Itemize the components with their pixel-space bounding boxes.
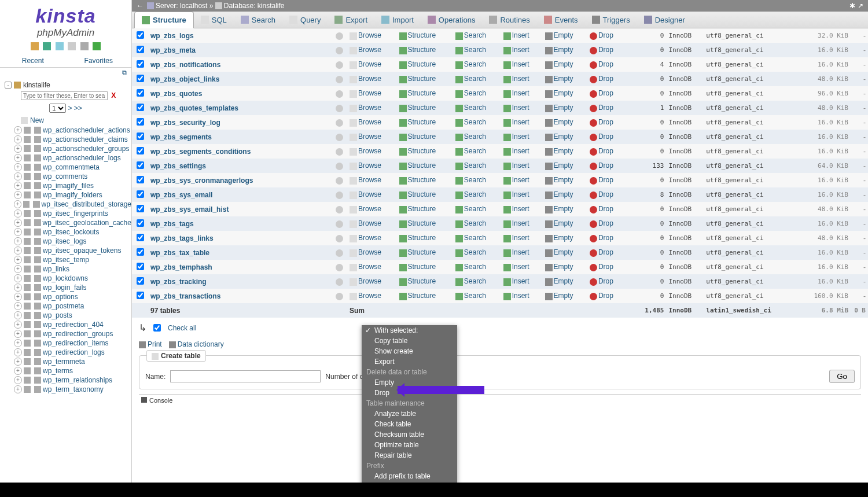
drop-action[interactable]: Drop (587, 144, 626, 159)
expand-icon[interactable]: + (14, 209, 22, 218)
table-name-link[interactable]: wp_zbs_meta (148, 43, 333, 57)
tab-designer[interactable]: Designer (637, 12, 692, 28)
favorite-icon[interactable] (336, 90, 343, 98)
browse-action[interactable]: Browse (347, 245, 397, 260)
browse-action[interactable]: Browse (347, 231, 397, 245)
favorite-icon[interactable] (336, 206, 343, 213)
drop-action[interactable]: Drop (587, 274, 626, 289)
drop-action[interactable]: Drop (587, 245, 626, 260)
table-name-link[interactable]: wp_zbs_tax_table (148, 245, 333, 260)
drop-action[interactable]: Drop (587, 130, 626, 144)
insert-action[interactable]: Insert (501, 144, 543, 159)
search-action[interactable]: Search (453, 43, 501, 57)
search-action[interactable]: Search (453, 274, 501, 289)
table-name-link[interactable]: wp_zbs_tags (148, 216, 333, 231)
search-action[interactable]: Search (453, 187, 501, 202)
empty-action[interactable]: Empty (543, 43, 587, 57)
drop-action[interactable]: Drop (587, 216, 626, 231)
favorite-icon[interactable] (336, 293, 343, 300)
empty-action[interactable]: Empty (543, 216, 587, 231)
browse-action[interactable]: Browse (347, 202, 397, 216)
row-checkbox[interactable] (137, 118, 144, 126)
tree-table-item[interactable]: +wp_termmeta (0, 357, 131, 366)
expand-icon[interactable]: + (14, 385, 22, 393)
row-checkbox[interactable] (137, 234, 144, 241)
drop-action[interactable]: Drop (587, 115, 626, 130)
dd-check[interactable]: Check table (362, 419, 457, 429)
search-action[interactable]: Search (453, 245, 501, 260)
row-checkbox[interactable] (137, 205, 144, 212)
browse-action[interactable]: Browse (347, 86, 397, 101)
favorite-icon[interactable] (336, 148, 343, 156)
insert-action[interactable]: Insert (501, 115, 543, 130)
with-selected-dropdown[interactable]: With selected: Copy table Show create Ex… (362, 325, 457, 492)
empty-action[interactable]: Empty (543, 72, 587, 86)
insert-action[interactable]: Insert (501, 130, 543, 144)
tree-table-item[interactable]: +wp_term_relationships (0, 375, 131, 385)
tree-table-item[interactable]: +wp_postmeta (0, 301, 131, 311)
data-dictionary-link[interactable]: Data dictionary (169, 340, 224, 348)
structure-action[interactable]: Structure (397, 130, 453, 144)
dd-checksum[interactable]: Checksum table (362, 429, 457, 440)
structure-action[interactable]: Structure (397, 187, 453, 202)
tab-sql[interactable]: SQL (194, 12, 234, 28)
empty-action[interactable]: Empty (543, 274, 587, 289)
empty-action[interactable]: Empty (543, 202, 587, 216)
favorite-icon[interactable] (336, 177, 343, 185)
structure-action[interactable]: Structure (397, 173, 453, 187)
expand-icon[interactable]: + (14, 358, 22, 366)
tree-table-item[interactable]: +wp_itsec_logs (0, 237, 131, 246)
insert-action[interactable]: Insert (501, 28, 543, 43)
search-action[interactable]: Search (453, 86, 501, 101)
print-link[interactable]: Print (139, 340, 162, 348)
tree-table-item[interactable]: +wp_actionscheduler_claims (0, 135, 131, 144)
search-action[interactable]: Search (453, 101, 501, 115)
empty-action[interactable]: Empty (543, 231, 587, 245)
structure-action[interactable]: Structure (397, 274, 453, 289)
browse-action[interactable]: Browse (347, 43, 397, 57)
nav-back-icon[interactable]: ← (137, 2, 144, 10)
tab-recent[interactable]: Recent (0, 54, 66, 67)
favorite-icon[interactable] (336, 220, 343, 228)
insert-action[interactable]: Insert (501, 245, 543, 260)
empty-action[interactable]: Empty (543, 115, 587, 130)
reload-icon[interactable] (93, 42, 101, 50)
table-name-link[interactable]: wp_zbs_sys_cronmanagerlogs (148, 173, 333, 187)
dd-repair[interactable]: Repair table (362, 450, 457, 461)
table-name-link[interactable]: wp_zbs_logs (148, 28, 333, 43)
table-name-link[interactable]: wp_zbs_notifications (148, 57, 333, 72)
structure-action[interactable]: Structure (397, 202, 453, 216)
empty-action[interactable]: Empty (543, 260, 587, 274)
browse-action[interactable]: Browse (347, 144, 397, 159)
docs-icon[interactable] (56, 42, 64, 50)
drop-action[interactable]: Drop (587, 72, 626, 86)
tree-table-item[interactable]: +wp_imagify_folders (0, 190, 131, 200)
expand-icon[interactable]: + (14, 172, 22, 181)
browse-action[interactable]: Browse (347, 115, 397, 130)
tree-filter-input[interactable] (21, 91, 108, 100)
tree-table-item[interactable]: +wp_itsec_temp (0, 255, 131, 264)
browse-action[interactable]: Browse (347, 28, 397, 43)
drop-action[interactable]: Drop (587, 202, 626, 216)
drop-action[interactable]: Drop (587, 86, 626, 101)
empty-action[interactable]: Empty (543, 86, 587, 101)
expand-icon[interactable]: + (14, 200, 21, 208)
server-name[interactable]: localhost (180, 2, 207, 10)
dd-copy-table[interactable]: Copy table (362, 336, 457, 346)
insert-action[interactable]: Insert (501, 289, 543, 303)
settings-icon[interactable] (80, 42, 89, 50)
insert-action[interactable]: Insert (501, 57, 543, 72)
expand-icon[interactable]: + (14, 256, 22, 264)
structure-action[interactable]: Structure (397, 231, 453, 245)
favorite-icon[interactable] (336, 32, 343, 40)
tree-table-item[interactable]: +wp_term_taxonomy (0, 385, 131, 394)
expand-icon[interactable]: + (14, 302, 22, 310)
structure-action[interactable]: Structure (397, 216, 453, 231)
search-action[interactable]: Search (453, 72, 501, 86)
row-checkbox[interactable] (137, 46, 144, 53)
browse-action[interactable]: Browse (347, 289, 397, 303)
drop-action[interactable]: Drop (587, 289, 626, 303)
row-checkbox[interactable] (137, 161, 144, 169)
insert-action[interactable]: Insert (501, 202, 543, 216)
tree-table-item[interactable]: +wp_itsec_distributed_storage (0, 200, 131, 209)
